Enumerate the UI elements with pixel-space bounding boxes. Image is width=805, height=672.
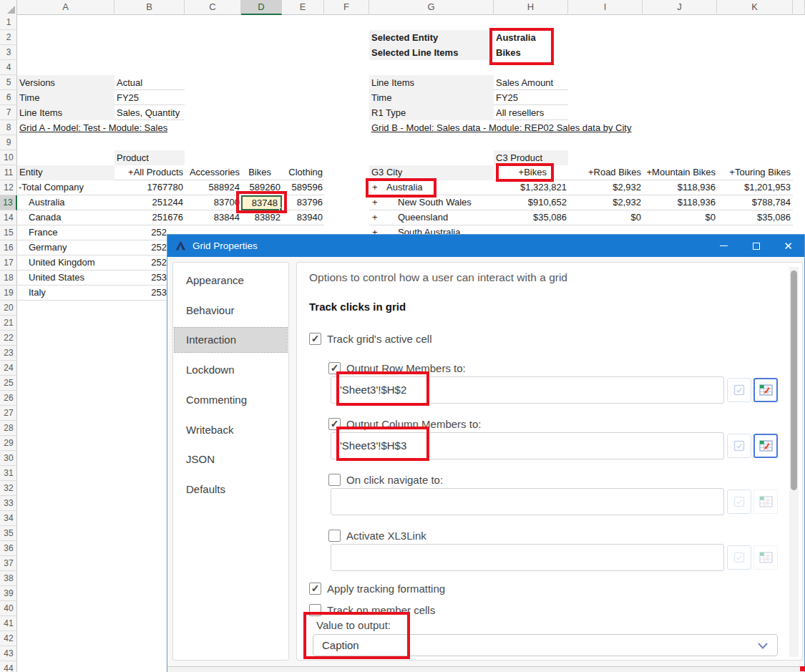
- row-header-30[interactable]: 30: [0, 451, 17, 466]
- cell-h10[interactable]: C3 Product: [494, 150, 568, 165]
- sidebar-item-interaction[interactable]: Interaction: [175, 328, 287, 352]
- grid-b-column-header-1[interactable]: +Road Bikes: [588, 165, 641, 180]
- cell-b7[interactable]: Sales, Quantity: [114, 105, 185, 120]
- column-header-h[interactable]: H: [494, 0, 568, 15]
- active-cell-d13[interactable]: 83748: [241, 195, 282, 210]
- sidebar-item-lockdown[interactable]: Lockdown: [175, 358, 287, 382]
- input-activate-xl3link[interactable]: [331, 544, 724, 571]
- row-header-17[interactable]: 17: [0, 255, 17, 271]
- grid-a-value-partial[interactable]: 252: [151, 225, 167, 240]
- cell-g7[interactable]: R1 Type: [369, 105, 494, 120]
- row-header-10[interactable]: 10: [0, 150, 17, 165]
- row-header-44[interactable]: 44: [0, 661, 17, 672]
- cell-g6[interactable]: Time: [369, 90, 494, 105]
- column-header-k[interactable]: K: [717, 0, 793, 15]
- grid-b-value[interactable]: $788,784: [752, 195, 791, 210]
- grid-b-value[interactable]: $118,936: [678, 195, 716, 210]
- input-on-click-navigate[interactable]: [331, 488, 724, 515]
- row-header-35[interactable]: 35: [0, 526, 17, 541]
- cell-b6[interactable]: FY25: [114, 90, 185, 105]
- grid-a-row-label[interactable]: United Kingdom: [29, 255, 95, 271]
- grid-a-value-partial[interactable]: 253: [151, 271, 167, 286]
- expand-plus-icon[interactable]: +: [372, 195, 378, 210]
- row-header-16[interactable]: 16: [0, 240, 17, 255]
- grid-a-value-partial[interactable]: 252: [151, 240, 167, 255]
- sidebar-item-commenting[interactable]: Commenting: [175, 388, 287, 412]
- grid-b-value[interactable]: $1,201,953: [744, 180, 791, 195]
- checkbox-apply-tracking-formatting[interactable]: [309, 583, 321, 595]
- checkbox-activate-xl3link[interactable]: [328, 530, 341, 542]
- grid-b-value[interactable]: $1,323,821: [520, 180, 567, 195]
- dialog-titlebar[interactable]: Grid Properties ✕: [167, 235, 804, 257]
- sidebar-item-defaults[interactable]: Defaults: [175, 477, 287, 502]
- checkbox-on-click-navigate[interactable]: [328, 474, 341, 486]
- close-button[interactable]: ✕: [772, 235, 804, 257]
- grid-b-row-label[interactable]: Queensland: [398, 210, 448, 225]
- checkbox-output-row-members[interactable]: [328, 362, 341, 374]
- column-header-b[interactable]: B: [114, 0, 185, 15]
- row-header-8[interactable]: 8: [0, 120, 17, 135]
- grid-b-header-city[interactable]: G3 City: [369, 165, 494, 180]
- row-header-38[interactable]: 38: [0, 571, 17, 586]
- row-header-27[interactable]: 27: [0, 406, 17, 421]
- row-header-7[interactable]: 7: [0, 105, 17, 120]
- column-header-j[interactable]: J: [643, 0, 717, 15]
- grid-b-value[interactable]: $2,932: [613, 195, 641, 210]
- row-header-41[interactable]: 41: [0, 616, 17, 631]
- row-header-29[interactable]: 29: [0, 436, 17, 451]
- expand-plus-icon[interactable]: +: [372, 180, 378, 195]
- grid-b-value[interactable]: $0: [706, 210, 716, 225]
- column-header-f[interactable]: F: [324, 0, 369, 15]
- row-header-9[interactable]: 9: [0, 135, 17, 150]
- row-header-13[interactable]: 13: [0, 195, 17, 210]
- grid-a-row-label[interactable]: United States: [29, 271, 84, 286]
- row-header-21[interactable]: 21: [0, 316, 17, 331]
- expand-plus-icon[interactable]: +: [372, 210, 378, 225]
- column-header-g[interactable]: G: [369, 0, 494, 15]
- grid-a-value[interactable]: 588924: [209, 180, 240, 195]
- row-header-39[interactable]: 39: [0, 586, 17, 601]
- row-header-18[interactable]: 18: [0, 271, 17, 286]
- grid-a-column-header-3[interactable]: Clothing: [288, 165, 323, 180]
- sidebar-item-writeback[interactable]: Writeback: [175, 418, 287, 442]
- cell-h6[interactable]: FY25: [494, 90, 568, 105]
- grid-b-value[interactable]: $35,086: [533, 210, 567, 225]
- row-header-43[interactable]: 43: [0, 646, 17, 661]
- column-header-c[interactable]: C: [185, 0, 241, 15]
- cell-g5[interactable]: Line Items: [369, 75, 494, 90]
- row-header-19[interactable]: 19: [0, 286, 17, 301]
- grid-a-value[interactable]: 83700: [214, 195, 240, 210]
- scrollbar-thumb[interactable]: [791, 271, 797, 490]
- column-header-i[interactable]: I: [568, 0, 643, 15]
- row-header-36[interactable]: 36: [0, 541, 17, 556]
- grid-b-column-header-3[interactable]: +Touring Bikes: [729, 165, 791, 180]
- grid-b-row-label[interactable]: Australia: [386, 180, 423, 195]
- range-picker-button-output-column-members[interactable]: [753, 434, 778, 458]
- cell-h5[interactable]: Sales Amount: [494, 75, 568, 90]
- row-header-33[interactable]: 33: [0, 496, 17, 511]
- grid-b-value[interactable]: $2,932: [613, 180, 641, 195]
- grid-a-value[interactable]: 251676: [152, 210, 183, 225]
- grid-a-value-partial[interactable]: 253: [151, 286, 167, 301]
- row-header-24[interactable]: 24: [0, 361, 17, 376]
- row-header-22[interactable]: 22: [0, 331, 17, 346]
- grid-a-row-label[interactable]: Germany: [29, 240, 67, 255]
- sidebar-item-json[interactable]: JSON: [175, 447, 287, 472]
- row-header-26[interactable]: 26: [0, 391, 17, 406]
- row-header-34[interactable]: 34: [0, 511, 17, 526]
- grid-a-value[interactable]: 83940: [297, 210, 323, 225]
- value-to-output-dropdown[interactable]: Caption: [313, 634, 778, 656]
- grid-a-row-label[interactable]: Canada: [29, 210, 62, 225]
- grid-a-column-header-2[interactable]: Bikes: [248, 165, 271, 180]
- row-header-37[interactable]: 37: [0, 556, 17, 571]
- grid-a-value[interactable]: 589260: [250, 180, 280, 195]
- grid-a-row-label[interactable]: Australia: [29, 195, 65, 210]
- cell-a8[interactable]: Grid A - Model: Test - Module: Sales: [17, 120, 218, 135]
- row-header-23[interactable]: 23: [0, 346, 17, 361]
- checkbox-track-grids-active-cell[interactable]: [309, 333, 321, 345]
- column-header-e[interactable]: E: [282, 0, 324, 15]
- sidebar-item-behaviour[interactable]: Behaviour: [175, 298, 287, 323]
- row-header-5[interactable]: 5: [0, 75, 17, 90]
- cell-a5[interactable]: Versions: [17, 75, 114, 90]
- range-picker-button-output-row-members[interactable]: [753, 378, 778, 402]
